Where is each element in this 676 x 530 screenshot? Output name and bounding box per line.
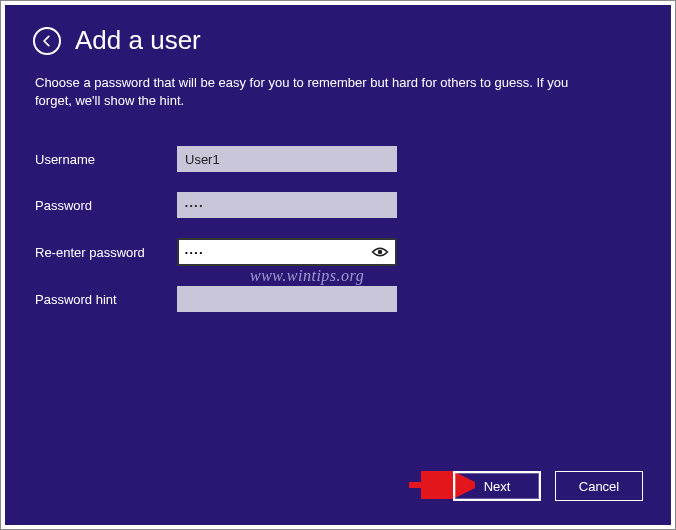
- reveal-password-icon[interactable]: [371, 245, 389, 259]
- header: Add a user: [33, 25, 643, 56]
- reenter-label: Re-enter password: [35, 245, 177, 260]
- password-row: Password: [35, 192, 643, 218]
- cancel-button[interactable]: Cancel: [555, 471, 643, 501]
- back-button[interactable]: [33, 27, 61, 55]
- hint-input[interactable]: [177, 286, 397, 312]
- page-title: Add a user: [75, 25, 201, 56]
- password-label: Password: [35, 198, 177, 213]
- add-user-wizard: Add a user Choose a password that will b…: [5, 5, 671, 525]
- reenter-row: Re-enter password: [35, 238, 643, 266]
- username-input[interactable]: [177, 146, 397, 172]
- form: Username Password Re-enter password Pass…: [35, 146, 643, 312]
- next-button[interactable]: Next: [453, 471, 541, 501]
- username-label: Username: [35, 152, 177, 167]
- hint-row: Password hint: [35, 286, 643, 312]
- page-subtitle: Choose a password that will be easy for …: [35, 74, 595, 110]
- footer: Next Cancel: [453, 471, 643, 501]
- svg-point-0: [378, 250, 383, 255]
- reenter-input-wrapper: [177, 238, 397, 266]
- password-input[interactable]: [177, 192, 397, 218]
- username-row: Username: [35, 146, 643, 172]
- hint-label: Password hint: [35, 292, 177, 307]
- arrow-left-icon: [40, 34, 54, 48]
- reenter-input[interactable]: [185, 248, 371, 257]
